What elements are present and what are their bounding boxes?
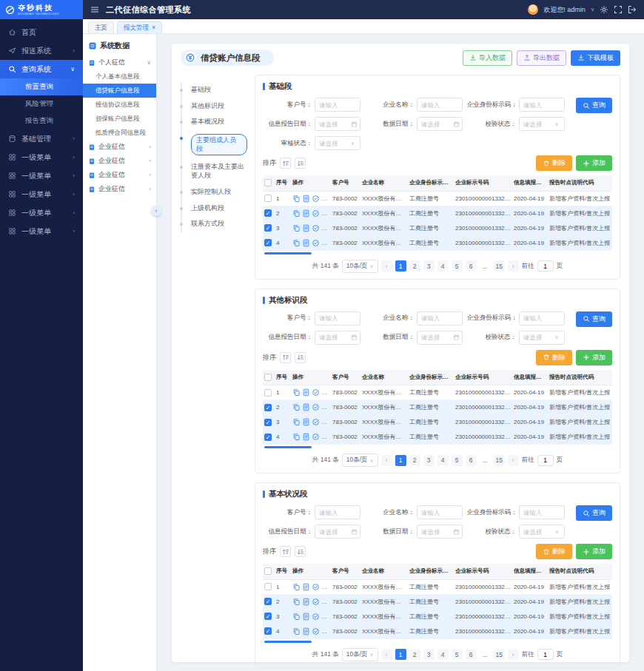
row-checkbox[interactable]	[264, 389, 272, 397]
tree-item[interactable]: 企业征信›	[83, 140, 156, 154]
detail-icon[interactable]	[302, 224, 310, 232]
import-data-button[interactable]: 导入数据	[463, 50, 512, 66]
sidebar-item[interactable]: 基础管理›	[0, 129, 83, 148]
copy-icon[interactable]	[292, 598, 301, 606]
page-number-button[interactable]: 3	[423, 649, 435, 660]
copy-icon[interactable]	[292, 627, 301, 635]
company-id-code-input[interactable]	[519, 98, 565, 112]
customer-no-input[interactable]	[315, 98, 360, 112]
sidebar-item[interactable]: 报送系统›	[0, 41, 83, 60]
add-button[interactable]: 添加	[576, 155, 612, 171]
table-row[interactable]: ✓4783-0002XXXX股份有限公司工商注册号230100000001332…	[263, 235, 612, 250]
page-size-select[interactable]: 10条/页∨	[342, 648, 378, 661]
row-checkbox[interactable]	[264, 195, 272, 202]
detail-icon[interactable]	[302, 195, 310, 203]
detail-icon[interactable]	[302, 433, 310, 441]
table-row[interactable]: ✓2783-0002XXXX股份有限公司工商注册号230100000001332…	[263, 594, 612, 609]
company-id-code-input[interactable]	[519, 311, 565, 326]
prev-page-button[interactable]: ‹	[381, 455, 392, 466]
copy-icon[interactable]	[292, 209, 301, 218]
page-number-button[interactable]: 3	[423, 455, 435, 466]
select-all-checkbox[interactable]	[264, 567, 272, 575]
company-name-input[interactable]	[417, 505, 463, 519]
approve-icon[interactable]	[312, 209, 320, 218]
sidebar-item[interactable]: 报告查询	[0, 112, 83, 129]
panel-collapse-handle[interactable]: ‹	[151, 206, 161, 216]
download-template-button[interactable]: 下载模板	[571, 50, 620, 66]
select-all-checkbox[interactable]	[264, 374, 272, 381]
detail-icon[interactable]	[302, 598, 310, 606]
sidebar-item[interactable]: 风险管理	[0, 95, 83, 112]
logout-icon[interactable]	[628, 5, 637, 14]
table-hscrollbar[interactable]	[264, 252, 312, 254]
row-checkbox[interactable]: ✓	[264, 434, 272, 441]
page-number-button[interactable]: 1	[395, 649, 406, 660]
table-row[interactable]: ✓4783-0002XXXX股份有限公司工商注册号230100000001332…	[263, 430, 612, 445]
sidebar-item[interactable]: 一级菜单›	[0, 203, 83, 222]
page-number-button[interactable]: 6	[466, 260, 477, 272]
row-checkbox[interactable]: ✓	[264, 239, 272, 246]
tree-item[interactable]: 抵质押合同信息段	[83, 126, 156, 140]
row-checkbox[interactable]: ✓	[264, 627, 272, 635]
customer-no-input[interactable]	[315, 311, 360, 326]
tab[interactable]: 报文管理×	[117, 21, 162, 33]
row-checkbox[interactable]: ✓	[264, 209, 272, 217]
table-row[interactable]: 1783-0002XXXX股份有限公司工商注册号2301000000013326…	[263, 579, 612, 594]
anchor-item[interactable]: 联系方式段	[181, 216, 249, 232]
approve-icon[interactable]	[312, 598, 320, 606]
copy-icon[interactable]	[292, 388, 301, 397]
anchor-item[interactable]: 上级机构段	[181, 200, 249, 217]
query-button[interactable]: 查询	[576, 98, 612, 113]
page-number-button[interactable]: 6	[466, 649, 477, 660]
row-checkbox[interactable]: ✓	[264, 598, 272, 605]
page-number-button[interactable]: 3	[423, 260, 435, 272]
sidebar-item[interactable]: 前置查询	[0, 78, 83, 95]
settings-gear-icon[interactable]	[600, 5, 608, 14]
next-page-button[interactable]: ›	[508, 649, 519, 660]
next-page-button[interactable]: ›	[508, 260, 519, 272]
tree-item[interactable]: 个人征信∨	[83, 55, 156, 70]
copy-icon[interactable]	[292, 403, 301, 411]
delete-button[interactable]: 删除	[536, 155, 572, 171]
page-number-button[interactable]: 4	[437, 260, 449, 272]
table-row[interactable]: ✓2783-0002XXXX股份有限公司工商注册号230100000001332…	[263, 206, 612, 220]
sidebar-item[interactable]: 查询系统∨	[0, 60, 83, 78]
customer-no-input[interactable]	[315, 505, 360, 519]
anchor-item[interactable]: 基础段	[181, 82, 249, 98]
anchor-item[interactable]: 主要组成人员段	[181, 130, 249, 159]
approve-icon[interactable]	[312, 224, 320, 232]
goto-page-input[interactable]	[537, 455, 554, 466]
page-number-button[interactable]: 5	[452, 649, 463, 660]
page-number-button[interactable]: 2	[409, 455, 420, 466]
export-data-button[interactable]: 导出数据	[517, 50, 566, 66]
page-size-select[interactable]: 10条/页∨	[342, 453, 378, 467]
approve-icon[interactable]	[312, 433, 320, 441]
copy-icon[interactable]	[292, 433, 301, 441]
avatar[interactable]	[528, 4, 538, 15]
sort-desc-button[interactable]	[295, 546, 306, 557]
page-number-button[interactable]: ...	[480, 649, 491, 660]
page-number-button[interactable]: 4	[437, 649, 449, 660]
page-number-button[interactable]: 15	[494, 455, 505, 466]
tree-item[interactable]: 授信协议信息段	[83, 98, 156, 112]
sidebar-item[interactable]: 一级菜单›	[0, 166, 83, 185]
approve-icon[interactable]	[312, 239, 320, 247]
approve-icon[interactable]	[312, 613, 320, 621]
fullscreen-icon[interactable]	[614, 5, 623, 14]
approve-icon[interactable]	[312, 403, 320, 411]
sidebar-item[interactable]: 一级菜单›	[0, 185, 83, 203]
detail-icon[interactable]	[302, 403, 310, 411]
approve-icon[interactable]	[312, 583, 320, 591]
table-row[interactable]: ✓2783-0002XXXX股份有限公司工商注册号230100000001332…	[263, 400, 612, 415]
delete-button[interactable]: 删除	[536, 350, 572, 365]
detail-icon[interactable]	[302, 388, 310, 397]
anchor-item[interactable]: 基本概况段	[181, 114, 249, 130]
row-checkbox[interactable]: ✓	[264, 224, 272, 232]
detail-icon[interactable]	[302, 627, 310, 635]
table-hscrollbar[interactable]	[264, 446, 312, 448]
tree-item[interactable]: 企业征信›	[83, 182, 156, 196]
tree-item[interactable]: 担保账户信息段	[83, 112, 156, 126]
copy-icon[interactable]	[292, 613, 301, 621]
anchor-item[interactable]: 实际控制人段	[181, 184, 249, 200]
table-hscrollbar[interactable]	[264, 641, 312, 643]
